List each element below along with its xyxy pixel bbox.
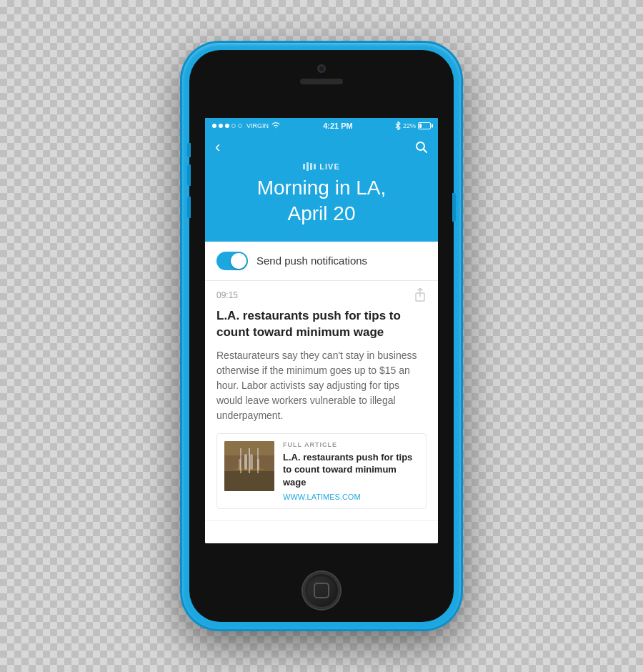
app-content[interactable]: Send push notifications 09:15 L.A. (205, 242, 438, 543)
header-title-line2: April 20 (215, 201, 428, 227)
svg-rect-10 (228, 477, 242, 488)
phone-bezel: VIRGIN 4:21 PM (189, 50, 454, 622)
article-source: WWW.LATIMES.COM (283, 493, 419, 501)
svg-rect-12 (224, 441, 274, 455)
volume-down-button[interactable] (187, 197, 191, 218)
svg-rect-7 (250, 454, 253, 470)
article-title: L.A. restaurants push for tips to count … (283, 451, 419, 489)
camera (317, 64, 326, 73)
signal-dot-4 (231, 124, 236, 128)
article-thumbnail (224, 441, 274, 491)
push-notification-label: Send push notifications (256, 255, 367, 267)
article-thumb-image (224, 441, 274, 491)
svg-rect-4 (224, 471, 274, 491)
live-badge: LIVE (215, 162, 428, 171)
signal-dot-2 (219, 124, 223, 128)
home-button[interactable] (303, 572, 340, 609)
back-button[interactable]: ‹ (215, 139, 220, 155)
svg-rect-11 (256, 477, 271, 488)
full-article-label: FULL ARTICLE (283, 441, 419, 448)
power-button[interactable] (452, 193, 456, 222)
live-bar-2 (306, 162, 309, 171)
push-notification-bar: Send push notifications (205, 242, 438, 281)
battery-fill (419, 124, 422, 128)
news-time: 09:15 (216, 290, 238, 300)
phone-screen: VIRGIN 4:21 PM (205, 118, 438, 543)
live-bar-4 (314, 164, 316, 169)
phone-device: VIRGIN 4:21 PM (182, 43, 461, 629)
signal-dot-1 (212, 124, 216, 128)
battery-text: 22% (403, 122, 416, 129)
svg-rect-6 (244, 454, 247, 470)
push-notification-toggle[interactable] (216, 252, 248, 270)
news-meta: 09:15 (216, 288, 427, 302)
svg-line-1 (424, 149, 427, 153)
app-container: VIRGIN 4:21 PM (205, 118, 438, 543)
svg-rect-9 (257, 459, 259, 470)
share-icon[interactable] (414, 288, 427, 302)
signal-dot-5 (238, 124, 242, 128)
carrier-label: VIRGIN (246, 122, 269, 129)
live-bar-3 (310, 163, 312, 170)
news-item: 09:15 L.A. restaurants push for tips to … (205, 281, 438, 522)
article-card[interactable]: FULL ARTICLE L.A. restaurants push for t… (216, 433, 427, 510)
header-title-line1: Morning in LA, (215, 175, 428, 201)
live-label: LIVE (319, 162, 339, 171)
svg-rect-8 (239, 459, 241, 470)
status-bar: VIRGIN 4:21 PM (205, 118, 438, 134)
search-icon[interactable] (415, 141, 428, 154)
battery-icon (418, 122, 431, 129)
mute-button[interactable] (187, 143, 191, 157)
toggle-knob (231, 253, 246, 269)
header-title: Morning in LA, April 20 (215, 175, 428, 227)
live-icon (303, 162, 316, 171)
status-time: 4:21 PM (323, 122, 353, 130)
status-right: 22% (395, 122, 431, 130)
bluetooth-icon (395, 122, 401, 130)
signal-dot-3 (225, 124, 229, 128)
app-header: ‹ LIVE (205, 134, 438, 242)
news-headline: L.A. restaurants push for tips to count … (216, 308, 427, 341)
live-bar-1 (303, 164, 305, 169)
volume-up-button[interactable] (187, 164, 191, 186)
speaker (300, 79, 343, 84)
wifi-icon (271, 122, 281, 129)
status-left: VIRGIN (212, 122, 281, 129)
article-info: FULL ARTICLE L.A. restaurants push for t… (283, 441, 419, 502)
header-nav: ‹ (215, 139, 428, 155)
home-button-inner (314, 583, 329, 598)
news-body: Restaurateurs say they can't stay in bus… (216, 348, 427, 423)
